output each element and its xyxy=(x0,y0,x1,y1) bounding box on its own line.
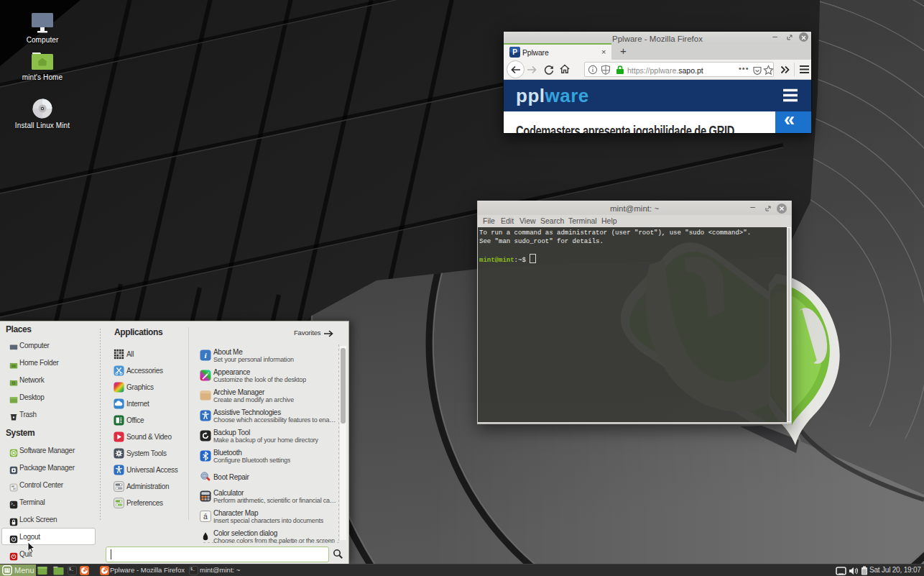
svg-text:$_: $_ xyxy=(69,567,74,572)
svg-text:P: P xyxy=(512,48,517,56)
svg-text:$_: $_ xyxy=(190,567,195,572)
svg-text:á: á xyxy=(203,512,208,520)
